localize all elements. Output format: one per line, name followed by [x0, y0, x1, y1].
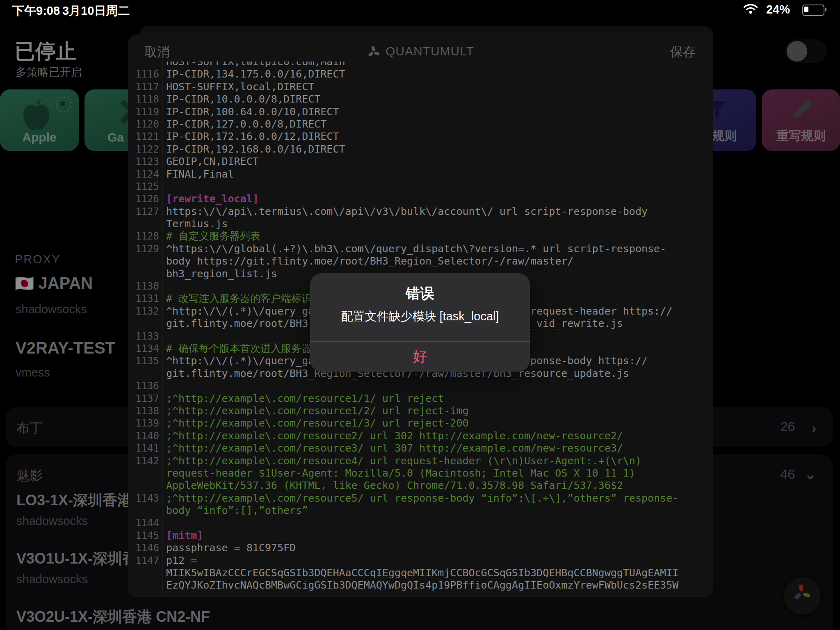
alert-title: 错误 [310, 284, 530, 303]
status-bar: 下午9:08 3月10日周二 24% [0, 0, 840, 18]
quantumult-app-screen: 已停止 多策略已开启 Apple Ga [0, 0, 840, 630]
battery-percent: 24% [766, 3, 790, 16]
clock-date: 3月10日周二 [62, 3, 130, 19]
alert-message: 配置文件缺少模块 [task_local] [310, 308, 530, 325]
error-alert-dialog: 错误 配置文件缺少模块 [task_local] 好 [310, 273, 530, 372]
battery-icon [802, 5, 824, 16]
alert-ok-button[interactable]: 好 [310, 342, 530, 372]
clock-time: 下午9:08 [12, 3, 60, 19]
wifi-icon [743, 4, 758, 14]
